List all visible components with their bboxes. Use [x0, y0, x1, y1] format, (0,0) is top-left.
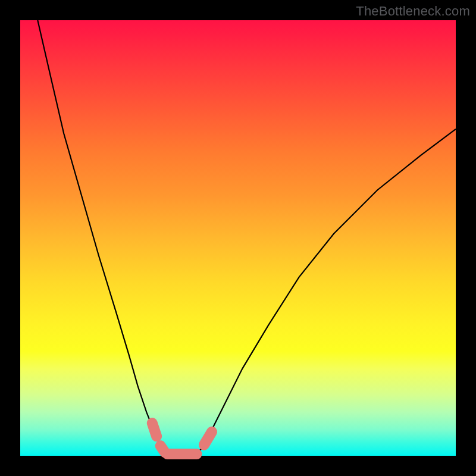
curve-right-branch — [197, 129, 456, 453]
chart-plot-area — [20, 20, 456, 456]
curve-left-branch — [37, 20, 167, 453]
bead-left-upper — [152, 423, 156, 436]
chart-frame: TheBottleneck.com — [0, 0, 476, 476]
marker-beads-group — [152, 423, 212, 454]
bead-right — [204, 432, 212, 445]
watermark-text: TheBottleneck.com — [356, 4, 470, 19]
chart-svg — [20, 20, 456, 456]
